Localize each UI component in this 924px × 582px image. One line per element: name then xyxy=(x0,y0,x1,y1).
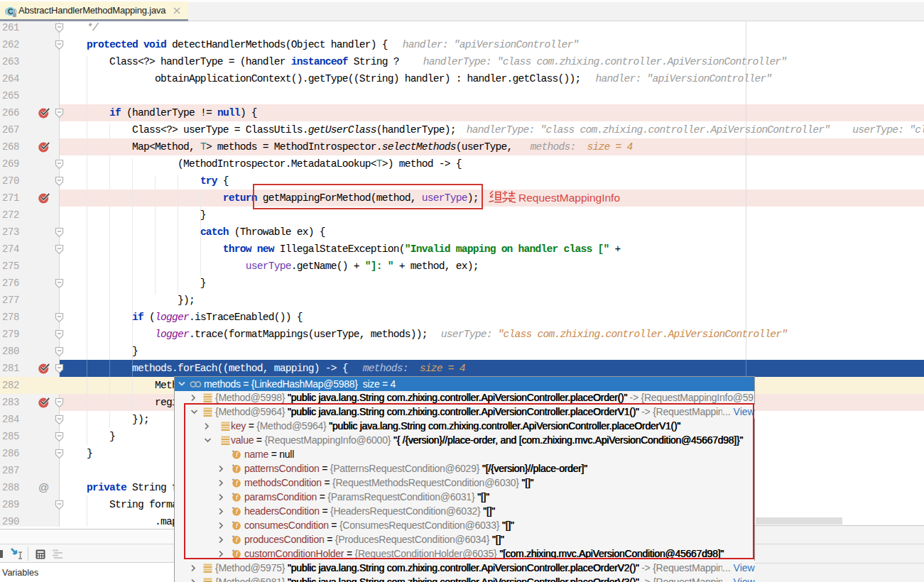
svg-text:C: C xyxy=(8,7,13,16)
